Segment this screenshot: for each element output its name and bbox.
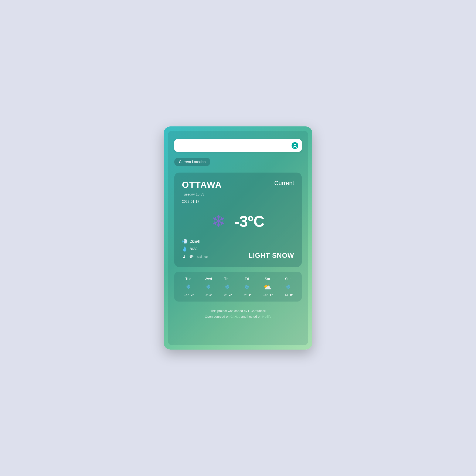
- netlify-link[interactable]: Netlify: [262, 315, 271, 318]
- condition-label: LIGHT SNOW: [249, 252, 294, 259]
- forecast-icon: ⛅: [264, 283, 271, 291]
- forecast-temp-range: -14º -2º: [183, 293, 194, 296]
- github-link[interactable]: GitHub: [230, 315, 240, 318]
- weather-card: OTTAWA Tuesday 16:53 2023-01-17 Current …: [174, 172, 302, 267]
- forecast-day: Sun❄-13º 0º: [284, 277, 293, 296]
- search-input[interactable]: ottawa: [174, 139, 302, 152]
- wind-value: 2km/h: [190, 239, 200, 244]
- forecast-day: Wed❄-3º 1º: [204, 277, 212, 296]
- forecast-day-label: Thu: [224, 277, 230, 281]
- period-label: Current: [274, 180, 294, 187]
- search-bar: ottawa: [174, 139, 302, 152]
- humidity-value: 86%: [190, 247, 197, 251]
- forecast-day: Fri❄-8º -1º: [242, 277, 251, 296]
- current-location-label: Current Location: [179, 160, 206, 164]
- city-name: OTTAWA: [182, 180, 222, 190]
- temperature-value: -3ºC: [234, 213, 264, 230]
- card-header: OTTAWA Tuesday 16:53 2023-01-17 Current: [182, 180, 294, 204]
- date-line2: 2023-01-17: [182, 199, 222, 204]
- forecast-temp-range: -9º -2º: [223, 293, 232, 296]
- search-icon: [291, 142, 299, 149]
- footer-prefix1: This project was coded by: [210, 309, 248, 313]
- forecast-day-label: Sat: [265, 277, 270, 281]
- forecast-icon: ❄: [225, 283, 230, 291]
- forecast-day-label: Wed: [205, 277, 212, 281]
- thermometer-icon: 🌡: [182, 254, 187, 259]
- footer-prefix2: Open-sourced on: [205, 315, 230, 318]
- forecast-day: Tue❄-14º -2º: [183, 277, 194, 296]
- humidity-row: 💧 86%: [182, 246, 208, 252]
- footer-line1: This project was coded by F.Camuncoli: [174, 308, 302, 314]
- forecast-day-label: Fri: [245, 277, 249, 281]
- footer-author: F.Camuncoli: [248, 309, 266, 313]
- footer-middle: and hosted on: [240, 315, 262, 318]
- forecast-day: Thu❄-9º -2º: [223, 277, 232, 296]
- weather-details: 💨 2km/h 💧 86% 🌡 -6º Real Feel LIGHT SNOW: [182, 239, 294, 259]
- forecast-icon: ❄: [186, 283, 191, 291]
- temperature-row: ❄ -3ºC: [182, 213, 294, 230]
- footer: This project was coded by F.Camuncoli Op…: [174, 308, 302, 319]
- real-feel-value: -6º: [189, 255, 194, 259]
- svg-point-0: [291, 142, 298, 149]
- forecast-temp-range: -8º -1º: [242, 293, 251, 296]
- forecast-temp-range: -15º -5º: [262, 293, 273, 296]
- wind-row: 💨 2km/h: [182, 239, 208, 244]
- search-button[interactable]: [291, 142, 299, 149]
- details-left: 💨 2km/h 💧 86% 🌡 -6º Real Feel: [182, 239, 208, 259]
- forecast-icon: ❄: [206, 283, 211, 291]
- humidity-icon: 💧: [182, 246, 188, 252]
- real-feel-row: 🌡 -6º Real Feel: [182, 254, 208, 259]
- wind-icon: 💨: [182, 239, 188, 244]
- app-container: ottawa Current Location OTTAWA Tuesday 1…: [164, 126, 312, 350]
- current-location-button[interactable]: Current Location: [174, 158, 210, 166]
- footer-line2: Open-sourced on GitHub and hosted on Net…: [174, 314, 302, 319]
- forecast-temp-range: -13º 0º: [284, 293, 293, 296]
- forecast-day-label: Sun: [285, 277, 291, 281]
- svg-point-1: [294, 144, 296, 145]
- forecast-icon: ❄: [244, 283, 250, 291]
- forecast-day-label: Tue: [185, 277, 191, 281]
- forecast-icon: ❄: [286, 283, 291, 291]
- city-info: OTTAWA Tuesday 16:53 2023-01-17: [182, 180, 222, 204]
- weather-icon: ❄: [211, 213, 226, 230]
- real-feel-label: Real Feel: [196, 255, 208, 258]
- forecast-temp-range: -3º 1º: [204, 293, 212, 296]
- date-line1: Tuesday 16:53: [182, 192, 222, 197]
- forecast-day: Sat⛅-15º -5º: [262, 277, 273, 296]
- forecast-row: Tue❄-14º -2ºWed❄-3º 1ºThu❄-9º -2ºFri❄-8º…: [174, 272, 302, 302]
